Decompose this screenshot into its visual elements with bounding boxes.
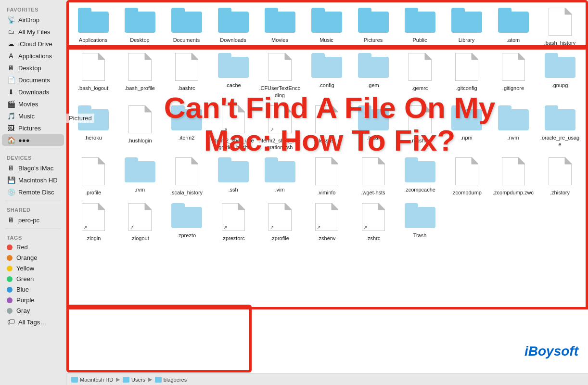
file-item[interactable]: Desktop xyxy=(117,5,163,49)
file-item[interactable]: Trash xyxy=(397,200,443,244)
file-item[interactable]: Public xyxy=(397,5,443,49)
folder-icon xyxy=(451,8,482,35)
file-label: .zshrc xyxy=(366,235,380,242)
file-item[interactable]: ↗ .zshenv xyxy=(304,200,349,244)
svg-text:↗: ↗ xyxy=(363,225,367,230)
desktop-icon: 🖥 xyxy=(7,64,15,72)
sidebar-item-all-my-files[interactable]: 🗂 All My Files xyxy=(2,26,64,38)
file-item[interactable]: .zcompdump.zwc xyxy=(490,154,536,199)
doc-icon xyxy=(502,157,525,187)
sidebar-item-macintosh-hd[interactable]: 💾 Macintosh HD xyxy=(2,174,64,186)
sidebar-item-purple[interactable]: Purple xyxy=(2,295,64,305)
sidebar-item-applications[interactable]: A Applications xyxy=(2,50,64,62)
sidebar-label-pero-pc: pero-pc xyxy=(18,217,39,224)
file-item[interactable]: .wget-hsts xyxy=(350,154,396,199)
sidebar-item-pero-pc[interactable]: 🖥 pero-pc xyxy=(2,214,64,226)
sidebar-item-airdrop[interactable]: 📡 AirDrop xyxy=(2,14,64,26)
file-item[interactable]: ↗ .zlogin xyxy=(70,200,116,244)
sidebar-item-movies[interactable]: 🎬 Movies xyxy=(2,98,64,110)
file-item[interactable]: ↗ .zlogout xyxy=(117,200,163,244)
sidebar-item-downloads[interactable]: ⬇ Downloads xyxy=(2,86,64,98)
file-item[interactable]: Applications xyxy=(70,5,116,49)
sidebar-item-desktop[interactable]: 🖥 Desktop xyxy=(2,62,64,74)
doc-icon xyxy=(362,157,385,187)
file-item[interactable]: .vim xyxy=(257,154,303,199)
breadcrumb-user-icon xyxy=(155,377,162,383)
file-label: .viminfo xyxy=(318,189,336,196)
sidebar-label-blue: Blue xyxy=(16,286,29,293)
file-item[interactable]: Pictures xyxy=(350,5,396,49)
red-dot xyxy=(7,244,13,250)
green-dot xyxy=(7,276,13,282)
svg-rect-5 xyxy=(171,8,185,14)
sidebar-item-home[interactable]: 🏠 ●●● xyxy=(2,134,64,146)
overlay-title: Can't Find A File On My Mac: How To Fix? xyxy=(81,91,578,157)
file-label: .rvm xyxy=(135,186,145,193)
doc-icon xyxy=(128,53,152,83)
file-item[interactable]: ↗ .zpreztorc xyxy=(210,200,256,244)
file-item[interactable]: .bash_history xyxy=(537,5,583,49)
file-item[interactable]: .zprezto xyxy=(164,200,209,244)
svg-rect-19 xyxy=(498,8,511,14)
sidebar-item-green[interactable]: Green xyxy=(2,274,64,284)
sidebar-item-gray[interactable]: Gray xyxy=(2,306,64,316)
file-item[interactable]: .atom xyxy=(490,5,536,49)
sidebar-label-movies: Movies xyxy=(18,101,38,108)
doc-icon xyxy=(549,8,572,38)
file-item[interactable]: .ssh xyxy=(210,154,256,199)
sidebar-item-red[interactable]: Red xyxy=(2,242,64,252)
svg-rect-62 xyxy=(265,157,278,164)
svg-rect-6 xyxy=(218,12,249,33)
all-tags-icon: 🏷 xyxy=(7,318,15,326)
sidebar-item-music[interactable]: 🎵 Music xyxy=(2,110,64,122)
sidebar-item-blago-imac[interactable]: 🖥 Blago's iMac xyxy=(2,162,64,174)
sidebar-item-pictures[interactable]: 🖼 Pictures xyxy=(2,122,64,134)
sidebar-item-all-tags[interactable]: 🏷 All Tags… xyxy=(2,316,64,328)
file-item[interactable]: Library xyxy=(444,5,489,49)
sidebar-item-yellow[interactable]: Yellow xyxy=(2,263,64,273)
purple-dot xyxy=(7,297,13,303)
file-label: Downloads xyxy=(220,37,246,43)
doc-icon xyxy=(82,157,105,187)
file-item[interactable]: .profile xyxy=(70,154,116,199)
file-label: .zhistory xyxy=(550,189,570,196)
breadcrumb-user: blagoeres xyxy=(164,377,187,383)
doc-icon xyxy=(175,157,198,187)
file-item[interactable]: Music xyxy=(304,5,349,49)
file-label: .gitignore xyxy=(502,85,524,91)
file-item[interactable]: .zcompdump xyxy=(444,154,489,199)
home-icon: 🏠 xyxy=(7,136,15,144)
doc-icon xyxy=(409,53,432,83)
folder-icon xyxy=(78,8,109,35)
file-item[interactable]: .zcompcache xyxy=(397,154,443,199)
sidebar-label-gray: Gray xyxy=(16,307,30,314)
file-label: .zpreztorc xyxy=(221,235,244,242)
sidebar-item-orange[interactable]: Orange xyxy=(2,253,64,263)
file-item[interactable]: Downloads xyxy=(210,5,256,49)
svg-rect-88 xyxy=(68,306,251,372)
icloud-icon: ☁ xyxy=(7,39,15,48)
file-item[interactable]: .viminfo xyxy=(304,154,349,199)
file-item[interactable]: .rvm xyxy=(117,154,163,199)
folder-icon xyxy=(405,8,435,35)
file-item[interactable]: Documents xyxy=(164,5,209,49)
hd-icon: 💾 xyxy=(7,176,15,184)
file-item[interactable]: ↗ .zprofile xyxy=(257,200,303,244)
folder-icon xyxy=(545,53,575,80)
svg-rect-18 xyxy=(498,12,529,33)
svg-rect-10 xyxy=(311,12,342,33)
sidebar-item-documents[interactable]: 📄 Documents xyxy=(2,74,64,86)
pictures-icon: 🖼 xyxy=(7,124,15,132)
file-item[interactable]: .scala_history xyxy=(164,154,209,199)
file-item[interactable]: .zhistory xyxy=(537,154,583,199)
sidebar-item-remote-disc[interactable]: 💿 Remote Disc xyxy=(2,186,64,198)
sidebar-item-blue[interactable]: Blue xyxy=(2,284,64,295)
sidebar-item-icloud-drive[interactable]: ☁ iCloud Drive xyxy=(2,38,64,50)
file-label: .profile xyxy=(85,189,101,196)
file-label: .zcompdump xyxy=(451,189,482,196)
file-item[interactable]: ↗ .zshrc xyxy=(350,200,396,244)
file-label: .zlogin xyxy=(86,235,101,242)
file-item[interactable]: Movies xyxy=(257,5,303,49)
sidebar-label-red: Red xyxy=(16,244,28,251)
sidebar-label-documents: Documents xyxy=(18,77,50,84)
